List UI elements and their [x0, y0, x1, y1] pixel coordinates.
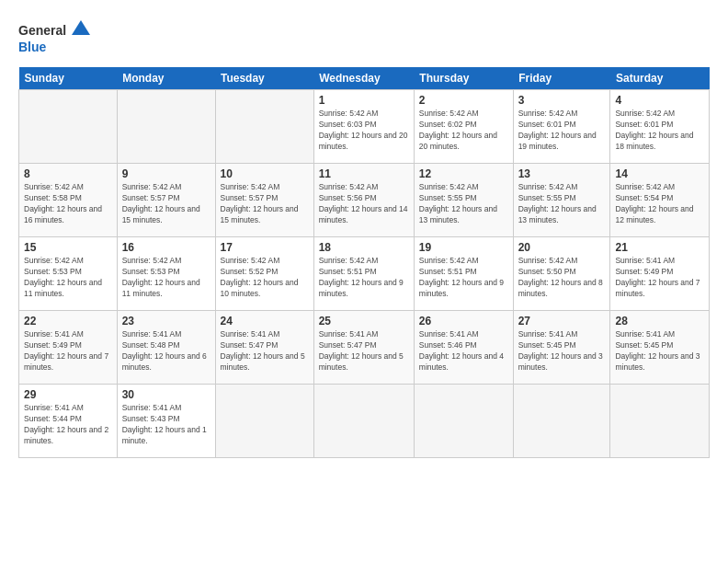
day-number: 12 — [419, 167, 508, 180]
day-info: Sunrise: 5:42 AM Sunset: 6:02 PM Dayligh… — [419, 109, 508, 153]
day-info: Sunrise: 5:42 AM Sunset: 5:57 PM Dayligh… — [221, 182, 309, 226]
svg-text:General: General — [18, 23, 66, 38]
logo: General Blue — [18, 18, 92, 60]
day-info: Sunrise: 5:41 AM Sunset: 5:44 PM Dayligh… — [24, 403, 112, 447]
calendar-header-wednesday: Wednesday — [313, 67, 414, 90]
calendar-header-saturday: Saturday — [610, 67, 710, 90]
calendar-week-row: 15 Sunrise: 5:42 AM Sunset: 5:53 PM Dayl… — [19, 237, 710, 311]
calendar-week-row: 29 Sunrise: 5:41 AM Sunset: 5:44 PM Dayl… — [19, 385, 710, 458]
day-number: 15 — [24, 241, 112, 254]
calendar-week-row: 1 Sunrise: 5:42 AM Sunset: 6:03 PM Dayli… — [19, 90, 710, 164]
calendar-day-cell: 9 Sunrise: 5:42 AM Sunset: 5:57 PM Dayli… — [117, 164, 215, 237]
day-number: 19 — [419, 241, 508, 254]
day-info: Sunrise: 5:42 AM Sunset: 5:51 PM Dayligh… — [319, 256, 409, 300]
calendar-day-cell: 23 Sunrise: 5:41 AM Sunset: 5:48 PM Dayl… — [117, 311, 215, 385]
calendar-header-tuesday: Tuesday — [215, 67, 313, 90]
day-number: 4 — [615, 94, 704, 107]
calendar-day-cell: 28 Sunrise: 5:41 AM Sunset: 5:45 PM Dayl… — [610, 311, 710, 385]
day-number: 18 — [319, 241, 409, 254]
calendar-day-cell: 12 Sunrise: 5:42 AM Sunset: 5:55 PM Dayl… — [414, 164, 513, 237]
day-info: Sunrise: 5:42 AM Sunset: 5:54 PM Dayligh… — [615, 182, 704, 226]
calendar-day-cell: 20 Sunrise: 5:42 AM Sunset: 5:50 PM Dayl… — [513, 237, 610, 311]
calendar-day-cell: 14 Sunrise: 5:42 AM Sunset: 5:54 PM Dayl… — [610, 164, 710, 237]
calendar-day-cell: 1 Sunrise: 5:42 AM Sunset: 6:03 PM Dayli… — [313, 90, 414, 164]
day-info: Sunrise: 5:42 AM Sunset: 6:03 PM Dayligh… — [319, 109, 409, 153]
calendar-header-thursday: Thursday — [414, 67, 513, 90]
day-info: Sunrise: 5:42 AM Sunset: 5:53 PM Dayligh… — [24, 256, 112, 300]
day-number: 22 — [24, 315, 112, 327]
calendar-day-cell: 2 Sunrise: 5:42 AM Sunset: 6:02 PM Dayli… — [414, 90, 513, 164]
calendar-empty-cell — [513, 385, 610, 458]
day-info: Sunrise: 5:42 AM Sunset: 5:50 PM Dayligh… — [518, 256, 606, 300]
day-info: Sunrise: 5:42 AM Sunset: 5:51 PM Dayligh… — [419, 256, 508, 300]
day-number: 30 — [122, 388, 210, 401]
svg-marker-2 — [72, 20, 90, 35]
day-number: 14 — [615, 167, 704, 180]
day-info: Sunrise: 5:41 AM Sunset: 5:49 PM Dayligh… — [615, 256, 704, 300]
calendar-week-row: 8 Sunrise: 5:42 AM Sunset: 5:58 PM Dayli… — [19, 164, 710, 237]
day-info: Sunrise: 5:41 AM Sunset: 5:47 PM Dayligh… — [319, 329, 409, 373]
day-number: 23 — [122, 315, 210, 327]
calendar-day-cell: 18 Sunrise: 5:42 AM Sunset: 5:51 PM Dayl… — [313, 237, 414, 311]
day-number: 1 — [319, 94, 409, 107]
calendar-table: SundayMondayTuesdayWednesdayThursdayFrid… — [18, 67, 710, 458]
calendar-day-cell: 22 Sunrise: 5:41 AM Sunset: 5:49 PM Dayl… — [19, 311, 118, 385]
day-info: Sunrise: 5:42 AM Sunset: 5:56 PM Dayligh… — [319, 182, 409, 226]
calendar-day-cell: 3 Sunrise: 5:42 AM Sunset: 6:01 PM Dayli… — [513, 90, 610, 164]
calendar-day-cell: 27 Sunrise: 5:41 AM Sunset: 5:45 PM Dayl… — [513, 311, 610, 385]
calendar-day-cell: 25 Sunrise: 5:41 AM Sunset: 5:47 PM Dayl… — [313, 311, 414, 385]
day-number: 26 — [419, 315, 508, 327]
day-number: 2 — [419, 94, 508, 107]
day-info: Sunrise: 5:42 AM Sunset: 5:55 PM Dayligh… — [518, 182, 606, 226]
day-number: 9 — [122, 167, 210, 180]
day-number: 24 — [221, 315, 309, 327]
calendar-day-cell: 26 Sunrise: 5:41 AM Sunset: 5:46 PM Dayl… — [414, 311, 513, 385]
calendar-day-cell: 11 Sunrise: 5:42 AM Sunset: 5:56 PM Dayl… — [313, 164, 414, 237]
calendar-empty-cell — [117, 90, 215, 164]
calendar-day-cell: 21 Sunrise: 5:41 AM Sunset: 5:49 PM Dayl… — [610, 237, 710, 311]
day-info: Sunrise: 5:41 AM Sunset: 5:45 PM Dayligh… — [518, 329, 606, 373]
calendar-day-cell: 16 Sunrise: 5:42 AM Sunset: 5:53 PM Dayl… — [117, 237, 215, 311]
day-number: 28 — [615, 315, 704, 327]
day-number: 11 — [319, 167, 409, 180]
day-number: 17 — [221, 241, 309, 254]
day-number: 29 — [24, 388, 112, 401]
calendar-day-cell: 8 Sunrise: 5:42 AM Sunset: 5:58 PM Dayli… — [19, 164, 118, 237]
calendar-day-cell: 10 Sunrise: 5:42 AM Sunset: 5:57 PM Dayl… — [215, 164, 313, 237]
day-number: 10 — [221, 167, 309, 180]
header: General Blue — [18, 14, 710, 60]
day-info: Sunrise: 5:42 AM Sunset: 5:57 PM Dayligh… — [122, 182, 210, 226]
day-number: 13 — [518, 167, 606, 180]
calendar-header-monday: Monday — [117, 67, 215, 90]
day-number: 27 — [518, 315, 606, 327]
calendar-day-cell: 4 Sunrise: 5:42 AM Sunset: 6:01 PM Dayli… — [610, 90, 710, 164]
day-info: Sunrise: 5:41 AM Sunset: 5:47 PM Dayligh… — [221, 329, 309, 373]
calendar-day-cell: 17 Sunrise: 5:42 AM Sunset: 5:52 PM Dayl… — [215, 237, 313, 311]
day-info: Sunrise: 5:41 AM Sunset: 5:48 PM Dayligh… — [122, 329, 210, 373]
day-number: 8 — [24, 167, 112, 180]
calendar-empty-cell — [19, 90, 118, 164]
calendar-empty-cell — [215, 90, 313, 164]
day-info: Sunrise: 5:42 AM Sunset: 5:53 PM Dayligh… — [122, 256, 210, 300]
svg-text:Blue: Blue — [18, 40, 47, 54]
calendar-day-cell: 30 Sunrise: 5:41 AM Sunset: 5:43 PM Dayl… — [117, 385, 215, 458]
calendar-day-cell: 19 Sunrise: 5:42 AM Sunset: 5:51 PM Dayl… — [414, 237, 513, 311]
day-number: 21 — [615, 241, 704, 254]
calendar-empty-cell — [414, 385, 513, 458]
calendar-empty-cell — [610, 385, 710, 458]
day-info: Sunrise: 5:41 AM Sunset: 5:46 PM Dayligh… — [419, 329, 508, 373]
day-info: Sunrise: 5:41 AM Sunset: 5:49 PM Dayligh… — [24, 329, 112, 373]
day-info: Sunrise: 5:42 AM Sunset: 6:01 PM Dayligh… — [518, 109, 606, 153]
day-info: Sunrise: 5:42 AM Sunset: 5:55 PM Dayligh… — [419, 182, 508, 226]
calendar-header-friday: Friday — [513, 67, 610, 90]
day-number: 20 — [518, 241, 606, 254]
day-number: 16 — [122, 241, 210, 254]
calendar-day-cell: 29 Sunrise: 5:41 AM Sunset: 5:44 PM Dayl… — [19, 385, 118, 458]
page-container: General Blue SundayMondayTuesdayWednesda… — [0, 0, 728, 467]
day-info: Sunrise: 5:42 AM Sunset: 6:01 PM Dayligh… — [615, 109, 704, 153]
calendar-header-sunday: Sunday — [19, 67, 118, 90]
day-info: Sunrise: 5:41 AM Sunset: 5:43 PM Dayligh… — [122, 403, 210, 447]
calendar-empty-cell — [215, 385, 313, 458]
calendar-week-row: 22 Sunrise: 5:41 AM Sunset: 5:49 PM Dayl… — [19, 311, 710, 385]
day-info: Sunrise: 5:41 AM Sunset: 5:45 PM Dayligh… — [615, 329, 704, 373]
